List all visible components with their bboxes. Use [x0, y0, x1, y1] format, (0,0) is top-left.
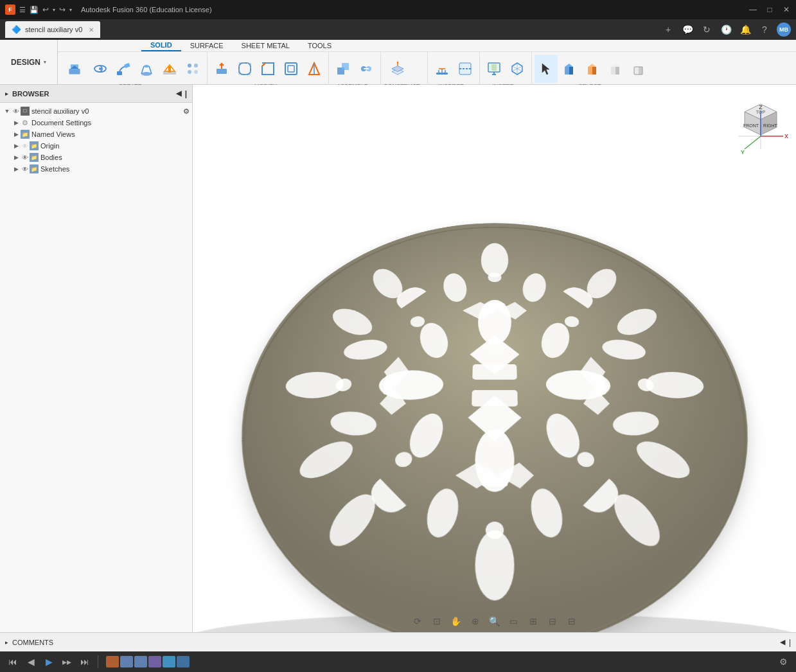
save-icon[interactable]: 💾 [30, 6, 39, 14]
tree-eye-origin[interactable]: 👁 [21, 141, 30, 150]
tree-item-named-views[interactable]: ▶ 📁 Named Views [0, 128, 192, 140]
section-analysis-button[interactable] [454, 55, 477, 83]
fillet-button[interactable] [233, 55, 256, 83]
svg-rect-16 [217, 69, 227, 74]
select-face-button[interactable] [581, 55, 604, 83]
more-views-button[interactable]: ⊟ [563, 613, 580, 630]
joint-button[interactable] [355, 55, 378, 83]
tab-sheet-metal[interactable]: SHEET METAL [233, 40, 299, 51]
tree-settings-root[interactable]: ⚙ [183, 107, 190, 116]
tree-eye-sketches[interactable]: 👁 [21, 164, 30, 173]
notification-icon[interactable]: 💬 [680, 22, 694, 37]
zoom-button[interactable]: ⊕ [467, 613, 484, 630]
view-cube-button[interactable]: ⊟ [544, 613, 561, 630]
tree-expand-origin[interactable]: ▶ [12, 141, 21, 150]
browser-pin-button[interactable]: | [185, 89, 187, 98]
tab-surface[interactable]: SURFACE [181, 40, 233, 51]
settings-button-bottom[interactable]: ⚙ [775, 654, 791, 669]
playback-end-button[interactable]: ⏭ [77, 654, 93, 669]
browser-collapse-button[interactable]: ◀ [176, 89, 181, 98]
svg-rect-115 [484, 303, 505, 309]
redo-dropdown-icon[interactable]: ▾ [69, 7, 72, 13]
select-vertex-button[interactable] [627, 55, 650, 83]
tab-close-button[interactable]: ✕ [89, 26, 94, 33]
title-bar-right: — □ ✕ [748, 5, 791, 14]
insert-mesh-button[interactable] [506, 55, 529, 83]
undo-dropdown-icon[interactable]: ▾ [53, 7, 55, 13]
nav-cube[interactable]: TOP FRONT RIGHT Z X Y [725, 91, 790, 155]
timeline-items [106, 656, 190, 668]
timeline-item-4[interactable] [148, 656, 161, 668]
shell-button[interactable] [279, 55, 303, 83]
refresh-icon[interactable]: ↻ [700, 22, 714, 37]
pan-button[interactable]: ✋ [448, 613, 464, 630]
tree-eye-root[interactable]: 👁 [12, 107, 21, 116]
revolve-button[interactable] [89, 55, 112, 83]
tree-expand-root[interactable]: ▼ [3, 107, 12, 116]
tree-expand-sketches[interactable]: ▶ [12, 164, 21, 173]
tree-label-sketches: Sketches [40, 165, 190, 173]
tree-eye-bodies[interactable]: 👁 [21, 153, 30, 162]
file-menu-icon[interactable]: ☰ [19, 6, 26, 14]
tree-expand-bodies[interactable]: ▶ [12, 153, 21, 162]
sweep-button[interactable] [112, 55, 135, 83]
select-edge-button[interactable] [604, 55, 627, 83]
grid-button[interactable]: ⊞ [525, 613, 542, 630]
viewport[interactable]: TOP FRONT RIGHT Z X Y [193, 85, 796, 632]
tab-label: stencil auxiliary v0 [25, 26, 82, 33]
redo-icon[interactable]: ↪ [59, 5, 66, 14]
comments-collapse-button[interactable]: ◀ [780, 638, 785, 646]
close-button[interactable]: ✕ [782, 5, 791, 14]
document-tab[interactable]: 🔷 stencil auxiliary v0 ✕ [5, 21, 100, 38]
fit-view-button[interactable]: 🔍 [486, 613, 503, 630]
modify-buttons [210, 55, 326, 83]
playback-start-button[interactable]: ⏮ [5, 654, 21, 669]
press-pull-button[interactable] [210, 55, 233, 83]
tree-expand-doc[interactable]: ▶ [12, 118, 21, 127]
tree-item-bodies[interactable]: ▶ 👁 📁 Bodies [0, 152, 192, 163]
timeline-item-3[interactable] [134, 656, 147, 668]
tree-item-root[interactable]: ▼ 👁 □ stencil auxiliary v0 ⚙ [0, 105, 192, 117]
clock-icon[interactable]: 🕐 [719, 22, 733, 37]
help-icon[interactable]: ? [757, 22, 772, 37]
display-mode-button[interactable]: ▭ [506, 613, 522, 630]
orbit-button[interactable]: ⊡ [429, 613, 445, 630]
chamfer-button[interactable] [256, 55, 279, 83]
rib-button[interactable] [158, 55, 181, 83]
minimize-button[interactable]: — [748, 5, 757, 14]
tree-item-origin[interactable]: ▶ 👁 📁 Origin [0, 140, 192, 152]
playback-play-button[interactable]: ▶ [41, 654, 57, 669]
loft-button[interactable] [135, 55, 158, 83]
select-cube-button[interactable] [558, 55, 581, 83]
design-button[interactable]: DESIGN ▾ [0, 40, 58, 84]
comments-bar: ▸ COMMENTS ◀ | [0, 632, 796, 651]
playback-next-button[interactable]: ▸▸ [59, 654, 75, 669]
tree-item-doc-settings[interactable]: ▶ ⚙ Document Settings [0, 117, 192, 128]
draft-button[interactable] [303, 55, 326, 83]
home-view-button[interactable]: ⟳ [409, 613, 426, 630]
design-label: DESIGN [11, 58, 40, 67]
timeline-item-1[interactable] [106, 656, 119, 668]
tree-item-sketches[interactable]: ▶ 👁 📁 Sketches [0, 163, 192, 175]
timeline-item-2[interactable] [120, 656, 133, 668]
alert-icon[interactable]: 🔔 [738, 22, 752, 37]
tree-expand-views[interactable]: ▶ [12, 130, 21, 139]
comments-pin-button[interactable]: | [789, 638, 791, 647]
pattern-button[interactable] [181, 55, 204, 83]
comments-expand-icon[interactable]: ▸ [5, 639, 8, 646]
tab-tools[interactable]: TOOLS [299, 40, 341, 51]
new-component-button[interactable] [332, 55, 355, 83]
select-button[interactable] [535, 55, 558, 83]
measure-button[interactable] [430, 55, 454, 83]
timeline-item-5[interactable] [163, 656, 175, 668]
construct-plane-button[interactable] [384, 55, 412, 83]
undo-icon[interactable]: ↩ [42, 5, 49, 14]
insert-canvas-button[interactable] [482, 55, 506, 83]
playback-prev-button[interactable]: ◀ [23, 654, 39, 669]
maximize-button[interactable]: □ [765, 5, 774, 14]
profile-button[interactable]: MB [777, 22, 791, 37]
timeline-item-6[interactable] [177, 656, 190, 668]
new-tab-button[interactable]: + [661, 22, 675, 37]
extrude-button[interactable] [60, 55, 89, 83]
tab-solid[interactable]: SOLID [141, 40, 181, 51]
